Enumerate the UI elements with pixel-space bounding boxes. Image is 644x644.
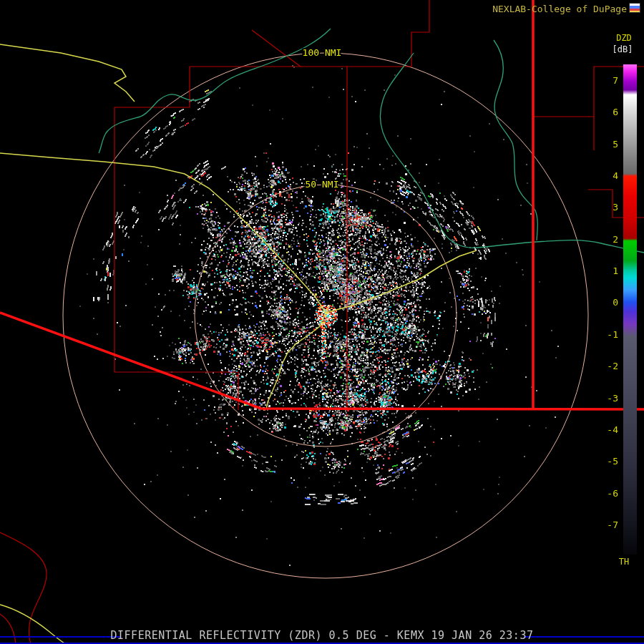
range-rings — [63, 53, 588, 578]
colorbar-tick-label: -6 — [607, 487, 618, 498]
colorbar-tick-label: 5 — [613, 138, 618, 149]
highway-line — [326, 250, 477, 313]
river-line — [99, 29, 331, 153]
colorbar-units-label: [dB] — [607, 44, 638, 54]
highway-line — [0, 44, 135, 102]
colorbar-threshold-label: TH — [610, 557, 638, 567]
colorbar-tick-label: -5 — [607, 456, 618, 467]
colorbar-product-label: DZD — [610, 33, 638, 43]
county-line — [252, 30, 301, 67]
colorbar-tick-label: 4 — [613, 170, 618, 181]
county-line — [0, 532, 47, 644]
colorbar-tick-label: 1 — [613, 265, 618, 276]
international-border-line — [0, 313, 644, 409]
colorbar-scale — [623, 64, 637, 555]
colorbar-tick-label: 0 — [613, 297, 618, 308]
colorbar-tick-label: 3 — [613, 202, 618, 213]
stage: 50 NMI100 NMI NEXLAB-College of DuPage D… — [0, 0, 644, 644]
ring-labels: 50 NMI100 NMI — [303, 47, 342, 190]
range-ring-label: 50 NMI — [306, 179, 339, 190]
river-line — [494, 40, 537, 240]
river-lines — [99, 29, 644, 253]
highway-lines — [0, 44, 477, 644]
colorbar-tick-label: -2 — [607, 361, 618, 371]
colorbar-tick-label: -4 — [607, 424, 618, 435]
range-ring — [195, 185, 457, 447]
county-line — [411, 0, 429, 67]
colorbar-tick-label: -3 — [607, 392, 618, 403]
product-title: DIFFERENTIAL REFLECTIVITY (ZDR) 0.5 DEG … — [0, 629, 644, 642]
nexlab-logo-icon — [629, 3, 640, 13]
colorbar-tick-label: 2 — [613, 234, 618, 245]
highway-line — [0, 153, 326, 313]
map-overlay: 50 NMI100 NMI — [0, 0, 644, 644]
header-brand: NEXLAB-College of DuPage — [492, 4, 627, 14]
colorbar-tick-label: 6 — [613, 107, 618, 117]
river-line — [381, 53, 644, 253]
range-ring-label: 100 NMI — [303, 47, 342, 58]
highway-line — [266, 313, 326, 409]
colorbar-tick-label: -7 — [607, 519, 618, 530]
range-ring — [63, 53, 588, 578]
colorbar-tick-label: -1 — [607, 329, 618, 340]
colorbar-tick-label: 7 — [613, 75, 618, 86]
